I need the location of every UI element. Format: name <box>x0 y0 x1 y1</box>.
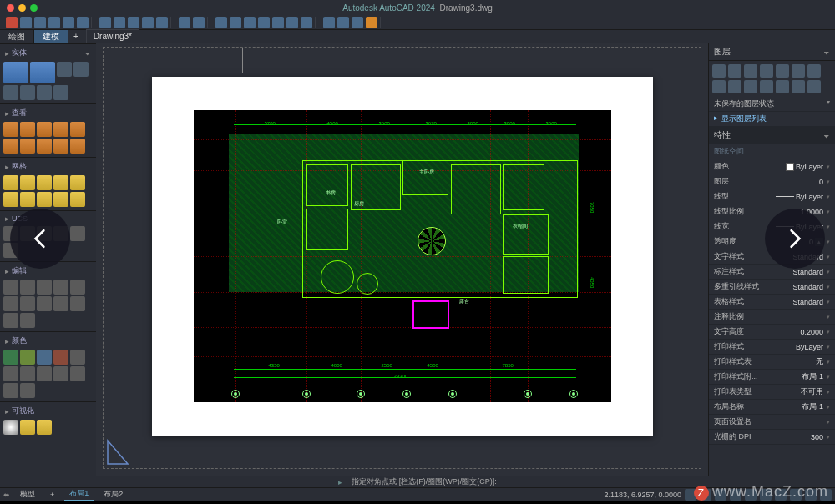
intersect-icon[interactable] <box>37 139 52 154</box>
move-icon[interactable] <box>3 280 18 295</box>
layer-del-icon[interactable] <box>807 80 821 93</box>
plot-icon[interactable] <box>99 17 111 28</box>
maximize-window-icon[interactable] <box>30 4 38 12</box>
batch-plot-icon[interactable] <box>156 17 168 28</box>
sphere-icon[interactable] <box>73 62 89 77</box>
cylinder-icon[interactable] <box>57 62 72 77</box>
undo-icon[interactable] <box>179 17 190 28</box>
layer-iso-icon[interactable] <box>792 64 805 78</box>
open-folder-icon[interactable] <box>48 17 60 28</box>
gallery-next-button[interactable] <box>765 209 825 269</box>
layer-state-icon[interactable] <box>760 80 773 93</box>
cut-icon[interactable] <box>215 17 227 28</box>
gallery-prev-button[interactable] <box>10 209 70 269</box>
refine-icon[interactable] <box>37 192 52 207</box>
prop-row[interactable]: 图层0▾ <box>709 174 835 189</box>
minimize-window-icon[interactable] <box>18 4 26 12</box>
layer-merge-icon[interactable] <box>792 80 805 93</box>
prop-row[interactable]: 布局名称布局 1▾ <box>709 400 835 415</box>
lwt-icon[interactable] <box>775 489 787 501</box>
saveas-icon[interactable] <box>77 17 89 28</box>
fullscreen-icon[interactable] <box>805 489 817 501</box>
smooth-icon[interactable] <box>20 192 35 207</box>
prop-row[interactable]: 打印表类型不可用▾ <box>709 385 835 400</box>
command-line[interactable]: ▸_指定对角点或 [栏选(F)/圈围(WP)/圈交(CP)]: <box>0 476 835 487</box>
anno-icon[interactable] <box>790 489 802 501</box>
rotate-icon[interactable] <box>20 280 35 295</box>
box-icon[interactable] <box>3 62 28 83</box>
align-icon[interactable] <box>3 313 18 328</box>
ortho-icon[interactable] <box>715 489 726 501</box>
prop-row[interactable]: 标注样式Standard▾ <box>709 265 835 280</box>
tab-add-layout[interactable]: + <box>45 490 59 500</box>
join-icon[interactable] <box>3 366 18 381</box>
prop-row[interactable]: 线型ByLayer▾ <box>709 189 835 204</box>
paste-icon[interactable] <box>244 17 256 28</box>
prop-row[interactable]: 颜色ByLayer▾ <box>709 159 835 174</box>
save-icon[interactable] <box>63 17 74 28</box>
snap-icon[interactable] <box>685 489 696 501</box>
section-mesh[interactable]: ▸网格 <box>2 159 94 174</box>
pyramid-icon[interactable] <box>53 85 68 100</box>
app-menu-icon[interactable] <box>6 17 18 28</box>
cube-blue-icon[interactable] <box>37 350 52 365</box>
match-icon[interactable] <box>258 17 270 28</box>
solprof-icon[interactable] <box>53 366 68 381</box>
xref-icon[interactable] <box>301 17 312 28</box>
send-icon[interactable] <box>337 17 349 28</box>
cone-icon[interactable] <box>3 85 18 100</box>
trim-icon[interactable] <box>37 296 52 311</box>
mesh-box-icon[interactable] <box>3 175 18 190</box>
block-icon[interactable] <box>286 17 298 28</box>
expand-icon[interactable]: ⬌ <box>3 491 10 499</box>
layer-filter-icon[interactable] <box>776 80 789 93</box>
redo-icon[interactable] <box>193 17 205 28</box>
flatshot-icon[interactable] <box>37 366 52 381</box>
tab-add[interactable]: + <box>68 30 84 43</box>
split-icon[interactable] <box>70 192 85 207</box>
solview-icon[interactable] <box>70 366 85 381</box>
slice-icon[interactable] <box>53 139 68 154</box>
layer-lock-icon[interactable] <box>760 64 773 78</box>
prop-row[interactable]: 打印样式ByLayer▾ <box>709 340 835 355</box>
convtosolid-icon[interactable] <box>20 383 35 398</box>
tab-model[interactable]: 模型 <box>15 488 40 501</box>
material-sphere-icon[interactable] <box>3 420 18 435</box>
prop-row[interactable]: 注释比例▾ <box>709 310 835 325</box>
layer-color-icon[interactable] <box>776 64 789 78</box>
layer-icon[interactable] <box>272 17 284 28</box>
chamfer-icon[interactable] <box>20 296 35 311</box>
prop-row[interactable]: 表格样式Standard▾ <box>709 295 835 310</box>
subtract-icon[interactable] <box>20 139 35 154</box>
section-visualize[interactable]: ▸可视化 <box>2 404 94 418</box>
light-icon[interactable] <box>20 420 35 435</box>
dyn-icon[interactable] <box>760 489 772 501</box>
layer-new-icon[interactable] <box>712 64 726 78</box>
layer-uniso-icon[interactable] <box>807 64 821 78</box>
thicken-icon[interactable] <box>70 139 85 154</box>
layer-walk-icon[interactable] <box>712 80 726 93</box>
model-viewport[interactable]: 5780 4500 3600 3670 3000 3000 3500 4350 … <box>194 110 611 402</box>
section-color[interactable]: ▸颜色 <box>2 334 94 348</box>
mesh-torus-icon[interactable] <box>70 175 85 190</box>
section-view[interactable]: ▸查看 <box>2 106 94 120</box>
polar-icon[interactable] <box>730 489 741 501</box>
explode-icon[interactable] <box>70 350 85 365</box>
prop-row[interactable]: 打印样式附...布局 1▾ <box>709 370 835 385</box>
share-icon[interactable] <box>323 17 335 28</box>
orbit-icon[interactable] <box>3 122 18 137</box>
offset-icon[interactable] <box>70 296 85 311</box>
layer-freeze-icon[interactable] <box>744 64 757 78</box>
open-icon[interactable] <box>34 17 46 28</box>
plot-preview-icon[interactable] <box>114 17 125 28</box>
tab-modeling[interactable]: 建模 <box>34 30 68 43</box>
layer-state-dropdown[interactable]: 未保存的图层状态▾ <box>709 97 835 112</box>
scale-icon[interactable] <box>37 280 52 295</box>
mesh-cyl-icon[interactable] <box>37 175 52 190</box>
layer-match-icon[interactable] <box>728 80 741 93</box>
sun-icon[interactable] <box>37 420 52 435</box>
mesh-sphere-icon[interactable] <box>53 175 68 190</box>
crease-icon[interactable] <box>53 192 68 207</box>
mesh-cone-icon[interactable] <box>20 175 35 190</box>
layer-off-icon[interactable] <box>728 64 741 78</box>
